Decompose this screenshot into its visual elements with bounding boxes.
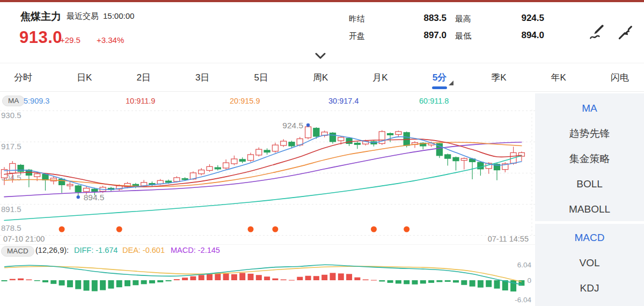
tab-日K[interactable]: 日K [77,63,92,91]
sidebar-item-MACD[interactable]: MACD [535,225,644,250]
tab-季K[interactable]: 季K [491,63,506,91]
tab-3日[interactable]: 3日 [195,63,209,91]
tab-label: 5分 [433,71,447,84]
sidebar-item-label: MABOLL [569,203,610,215]
candlestick-chart[interactable]: 930.5917.5904.5891.5878.5924.5894.5 [0,110,535,236]
sidebar-item-KDJ[interactable]: KDJ [535,275,644,301]
tab-5日[interactable]: 5日 [254,63,268,91]
ma-value-2: 20:915.9 [230,97,260,105]
tab-label: 月K [372,71,387,84]
sidebar-item-label: 趋势先锋 [569,127,610,141]
last-trade: 最近交易15:00:00 [67,11,134,21]
tab-label: 5日 [254,71,268,84]
sidebar-item-BOLL[interactable]: BOLL [535,171,644,196]
tab-闪电[interactable]: 闪电 [611,63,629,91]
sidebar-item-label: BOLL [576,178,603,190]
quote-header: 焦煤主力 最近交易15:00:00 913.0 +29.5 +3.34% 昨结 … [0,2,644,63]
ma-badge: MA [2,96,25,106]
sidebar-item-label: KDJ [580,282,599,294]
tab-月K[interactable]: 月K [372,63,387,91]
time-axis-end: 07-11 14:55 [488,235,529,243]
sidebar-item-集金策略[interactable]: 集金策略 [535,146,644,171]
macd-indicator-row[interactable]: MACD (12,26,9): DIFF: -1.674DEA: -0.601M… [0,244,535,257]
sidebar-item-label: 集金策略 [569,152,610,166]
sidebar-item-label: MACD [575,232,605,244]
svg-text:878.5: 878.5 [1,223,21,232]
sidebar-item-label: MA [582,103,597,114]
svg-text:0: 0 [527,276,531,285]
active-tab-underline [432,86,447,89]
macd-value-0: DIFF: -1.674 [74,246,118,254]
tab-年K[interactable]: 年K [551,63,566,91]
ma-value-0: 5:909.3 [24,97,49,105]
tab-label: 周K [313,71,328,84]
tab-5分[interactable]: 5分 [433,63,447,91]
stat-value-high: 924.5 [507,13,544,24]
svg-text:924.5: 924.5 [282,121,303,130]
time-axis-start: 07-10 21:00 [3,235,45,243]
ma-value-1: 10:911.9 [126,97,155,105]
sub-indicator-group: MACDVOLKDJ [535,224,644,306]
macd-chart[interactable]: 6.040-6.04 [0,258,535,306]
svg-text:917.5: 917.5 [1,142,21,151]
last-price: 913.0 [19,28,62,47]
stat-label-high: 最高 [455,14,471,24]
sidebar-item-MABOLL[interactable]: MABOLL [535,196,644,222]
macd-value-1: DEA: -0.601 [122,246,165,254]
stat-label-low: 最低 [455,31,471,41]
svg-text:894.5: 894.5 [84,193,105,202]
quote-app: 焦煤主力 最近交易15:00:00 913.0 +29.5 +3.34% 昨结 … [0,0,644,306]
tab-周K[interactable]: 周K [313,63,328,91]
instrument-name: 焦煤主力 [20,10,61,24]
main-indicator-group: MA趋势先锋集金策略BOLLMABOLL [535,93,644,221]
macd-value-2: MACD: -2.145 [171,246,220,254]
price-change: +29.5 [60,35,80,45]
macd-params: (12,26,9): [35,246,69,254]
macd-badge: MACD [1,246,34,257]
tab-分时[interactable]: 分时 [14,63,32,91]
tab-2日[interactable]: 2日 [136,63,150,91]
stat-label-open: 开盘 [349,31,365,41]
svg-text:891.5: 891.5 [1,205,21,214]
sidebar-item-VOL[interactable]: VOL [535,250,644,275]
collapse-icon[interactable] [616,24,634,42]
tab-dropdown-caret-icon[interactable] [449,81,453,85]
tab-label: 闪电 [611,71,629,84]
svg-text:930.5: 930.5 [1,111,21,120]
ma-indicator-row[interactable]: MA 5:909.310:911.920:915.930:917.460:911… [0,96,535,108]
stat-label-prev-settle: 昨结 [349,14,365,24]
tab-label: 季K [491,71,506,84]
tab-label: 分时 [14,71,32,84]
time-axis: 07-10 21:00 07-11 14:55 [0,235,535,244]
svg-text:6.04: 6.04 [517,261,532,269]
period-tabbar: 分时日K2日3日5日周K月K5分季K年K闪电 [0,63,644,92]
sidebar-item-趋势先锋[interactable]: 趋势先锋 [535,121,644,146]
stat-value-low: 894.0 [507,30,544,41]
indicator-sidebar: MA趋势先锋集金策略BOLLMABOLL MACDVOLKDJ [535,92,644,306]
svg-text:-6.04: -6.04 [515,296,531,304]
stat-value-open: 897.0 [409,30,447,41]
draw-tool-icon[interactable] [587,23,605,41]
sidebar-item-MA[interactable]: MA [535,96,644,121]
tab-label: 年K [551,71,566,84]
ma-value-4: 60:911.8 [419,97,449,105]
chevron-down-icon[interactable] [314,53,326,60]
price-change-percent: +3.34% [97,35,124,45]
tab-label: 2日 [136,71,150,84]
tab-label: 日K [77,71,92,84]
last-trade-label: 最近交易 [67,11,99,20]
last-trade-time: 15:00:00 [103,11,134,20]
tab-label: 3日 [195,71,209,84]
stat-value-prev-settle: 883.5 [409,13,447,24]
sidebar-item-label: VOL [579,257,599,269]
ma-value-3: 30:917.4 [328,97,358,105]
